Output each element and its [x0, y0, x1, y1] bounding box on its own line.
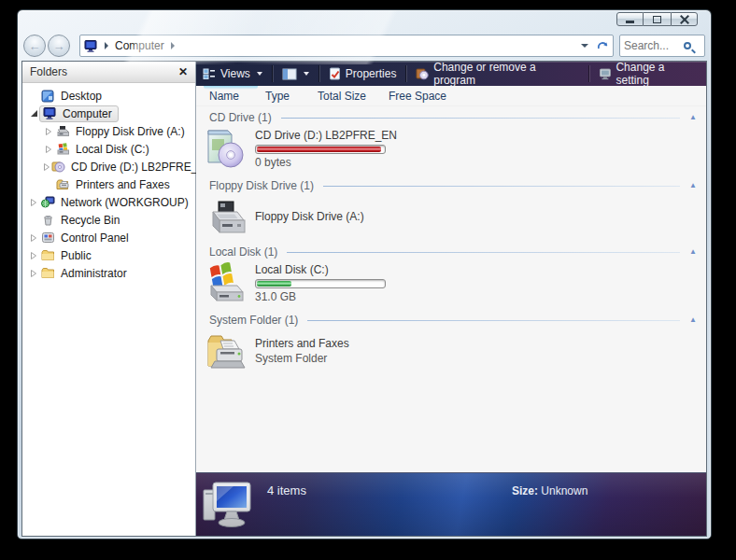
drive-item-floppy[interactable]: Floppy Disk Drive (A:)	[196, 194, 706, 239]
search-icon[interactable]	[684, 42, 691, 49]
sidebar-item-label: Network (WORKGROUP)	[58, 195, 191, 210]
sidebar-item-administrator[interactable]: Administrator	[22, 264, 195, 282]
expander-expanded-icon[interactable]	[28, 110, 39, 117]
expander-collapsed-icon[interactable]	[28, 251, 39, 260]
capacity-fill	[257, 147, 381, 152]
computer-icon	[84, 40, 98, 52]
network-icon	[40, 195, 55, 209]
item-detail: System Folder	[255, 352, 349, 365]
change-or-remove-program-button[interactable]: Change or remove a program	[409, 63, 585, 84]
sidebar-item-network[interactable]: Network (WORKGROUP)	[22, 193, 195, 211]
details-pane: 4 items Size: Unknown	[196, 472, 706, 536]
navigation-bar: ← → Computer	[21, 31, 707, 61]
close-button[interactable]	[671, 12, 698, 26]
forward-button[interactable]: →	[48, 35, 70, 57]
change-a-setting-button[interactable]: Change a setting	[592, 63, 706, 84]
properties-button[interactable]: Properties	[322, 63, 403, 84]
desktop-icon	[40, 89, 55, 103]
column-header-total-size[interactable]: Total Size	[318, 90, 389, 103]
recycle-bin-icon	[40, 213, 55, 227]
item-printers-and-faxes[interactable]: Printers and Faxes System Folder	[196, 329, 706, 373]
back-icon: ←	[29, 39, 41, 53]
sidebar-item-cd-drive[interactable]: CD Drive (D:) LB2PFRE_EN	[22, 158, 195, 175]
back-button[interactable]: ←	[23, 35, 46, 57]
properties-label: Properties	[346, 67, 397, 80]
item-detail: 0 bytes	[255, 156, 397, 169]
cd-drive-icon	[51, 160, 65, 174]
command-toolbar: Views Properties Change or remove a prog…	[196, 62, 706, 86]
explorer-window: ← → Computer	[17, 9, 712, 539]
capacity-bar	[255, 145, 386, 154]
breadcrumb-arrow-icon[interactable]	[171, 42, 175, 49]
collapse-arrow-icon[interactable]: ▲	[689, 114, 697, 121]
item-name: Local Disk (C:)	[255, 263, 386, 276]
collapse-arrow-icon[interactable]: ▲	[689, 316, 697, 324]
column-headers: Name Type Total Size Free Space	[196, 86, 706, 106]
drive-item-cd[interactable]: CD Drive (D:) LB2PFRE_EN 0 bytes	[196, 126, 706, 171]
sidebar-item-label: Printers and Faxes	[73, 177, 173, 192]
items-list: CD Drive (1) ▲	[196, 106, 706, 472]
group-divider	[281, 118, 680, 119]
layout-button[interactable]	[276, 63, 316, 84]
breadcrumb-arrow-icon[interactable]	[105, 42, 108, 49]
views-button[interactable]: Views	[196, 63, 269, 84]
title-bar[interactable]	[21, 10, 707, 31]
column-header-free-space[interactable]: Free Space	[389, 90, 446, 103]
capacity-bar	[255, 279, 386, 288]
refresh-icon[interactable]	[596, 39, 609, 52]
address-bar[interactable]: Computer	[79, 35, 614, 57]
minimize-button[interactable]	[616, 12, 644, 26]
collapse-arrow-icon[interactable]: ▲	[689, 248, 697, 256]
sidebar-item-public[interactable]: Public	[22, 246, 195, 264]
expander-collapsed-icon[interactable]	[28, 233, 39, 243]
change-a-setting-label: Change a setting	[616, 61, 700, 87]
maximize-button[interactable]	[644, 12, 671, 26]
expander-collapsed-icon[interactable]	[43, 162, 50, 172]
drive-item-local-disk[interactable]: Local Disk (C:) 31.0 GB	[196, 260, 706, 305]
column-header-type[interactable]: Type	[265, 90, 318, 103]
printers-folder-large-icon	[202, 329, 248, 373]
collapse-arrow-icon[interactable]: ▲	[689, 182, 697, 189]
group-floppy: Floppy Disk Drive (1) ▲	[196, 178, 706, 239]
search-input[interactable]	[624, 39, 682, 52]
sidebar-item-recycle-bin[interactable]: Recycle Bin	[22, 211, 195, 229]
expander-collapsed-icon[interactable]	[28, 198, 39, 207]
close-folders-icon[interactable]: ✕	[178, 67, 188, 77]
sidebar-item-local-disk[interactable]: Local Disk (C:)	[22, 140, 195, 158]
sidebar-item-label: Computer	[60, 106, 115, 121]
address-dropdown-icon[interactable]	[581, 44, 588, 48]
toolbar-divider	[405, 65, 406, 82]
item-detail: 31.0 GB	[255, 290, 386, 303]
column-header-name[interactable]: Name	[209, 90, 265, 103]
folder-tree: Desktop Computer Flo	[22, 83, 195, 282]
item-name: Floppy Disk Drive (A:)	[255, 210, 364, 223]
sidebar-item-floppy[interactable]: Floppy Disk Drive (A:)	[22, 122, 195, 140]
search-box[interactable]	[619, 35, 705, 57]
expander-collapsed-icon[interactable]	[28, 269, 39, 278]
expander-collapsed-icon[interactable]	[43, 145, 54, 154]
expander-collapsed-icon[interactable]	[43, 127, 54, 136]
group-header[interactable]: CD Drive (1) ▲	[196, 110, 706, 125]
toolbar-divider	[318, 65, 319, 82]
group-header[interactable]: System Folder (1) ▲	[196, 313, 706, 328]
sidebar-item-printers[interactable]: Printers and Faxes	[22, 175, 195, 193]
breadcrumb-location[interactable]: Computer	[115, 39, 164, 52]
group-divider	[307, 320, 680, 321]
chevron-down-icon	[257, 72, 262, 76]
group-header[interactable]: Floppy Disk Drive (1) ▲	[196, 178, 706, 193]
group-title: CD Drive (1)	[209, 111, 272, 124]
items-pane: Views Properties Change or remove a prog…	[196, 62, 706, 536]
computer-icon	[42, 106, 57, 120]
group-title: Local Disk (1)	[209, 245, 277, 259]
close-icon	[680, 15, 689, 24]
size-label: Size:	[512, 484, 538, 497]
forward-icon: →	[53, 39, 65, 53]
sidebar-item-computer[interactable]: Computer	[22, 105, 195, 122]
sidebar-item-control-panel[interactable]: Control Panel	[22, 229, 195, 246]
group-header[interactable]: Local Disk (1) ▲	[196, 245, 706, 259]
folders-header: Folders ✕	[22, 62, 195, 83]
sidebar-item-label: Desktop	[58, 89, 105, 104]
sidebar-item-desktop[interactable]: Desktop	[22, 87, 195, 105]
sidebar-item-label: Control Panel	[58, 231, 132, 245]
computer-large-icon	[202, 477, 256, 533]
